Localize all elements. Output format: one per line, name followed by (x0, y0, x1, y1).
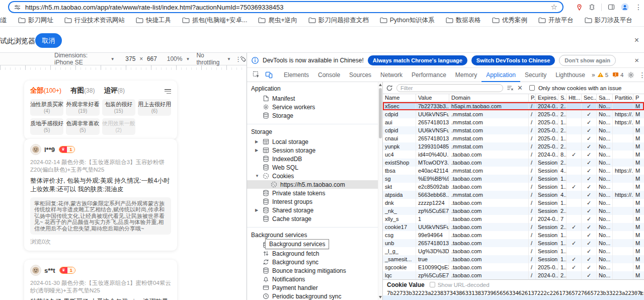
sidebar-item-web-sql[interactable]: Web SQL (247, 163, 382, 172)
side-panel-icon[interactable] (608, 4, 615, 11)
show-url-decoded-checkbox[interactable] (430, 282, 435, 287)
table-row[interactable]: cnaui2657418013.mmstat.com/2025-0...1...… (383, 134, 644, 142)
table-row[interactable]: xlly_s1.taobao.com/2024-0...7✓No...M (383, 215, 644, 223)
chevron-collapsed-icon[interactable]: ▶ (255, 208, 258, 212)
review-tab[interactable]: 有图(38) (70, 86, 95, 95)
bookmark-item[interactable]: 抓包(电脑端+安卓... (182, 16, 247, 25)
inspect-element-icon[interactable] (250, 71, 263, 79)
table-row[interactable]: x5sec7b22733b3...h5api.m.taobao.com/2024… (383, 102, 644, 110)
column-header[interactable]: Expires... (536, 94, 558, 102)
table-row[interactable]: existShopMTcwODY3....taobao.com/Session2… (383, 159, 644, 167)
tab-performance[interactable]: Performance (407, 68, 451, 82)
table-row[interactable]: yunpk1299310485....mmstat.com/2025-0...2… (383, 142, 644, 151)
only-issue-checkbox[interactable] (529, 85, 535, 91)
sidebar-item-storage[interactable]: Storage (247, 111, 382, 120)
table-row[interactable]: cdpidUU6kVNSFu....mmstat.com/2025-0...2.… (383, 126, 644, 134)
table-row[interactable]: _samesit...true.taobao.com/Session1...✓✓… (383, 255, 644, 263)
column-header[interactable]: Value (416, 94, 449, 102)
device-dimensions-select[interactable]: Dimensions: iPhone SE (54, 52, 107, 66)
table-row[interactable]: dnkzzzzp1224.taobao.com/Session1...✓No..… (383, 199, 644, 207)
bookmark-item[interactable]: 知道 (0, 16, 7, 25)
sidebar-item-cookies[interactable]: ▼Cookies (247, 172, 382, 180)
delete-cookie-icon[interactable]: ✕ (517, 84, 523, 92)
warnings-badge[interactable]: 5 (597, 72, 608, 78)
bookmark-item[interactable]: 影刀问题排查文档 (308, 16, 369, 25)
dont-show-again-button[interactable]: Don't show again (559, 55, 616, 66)
more-tabs-chevron[interactable]: » (590, 71, 597, 79)
site-settings-icon[interactable] (14, 4, 21, 11)
filter-chip[interactable]: 质地手感很好(5) (30, 118, 63, 135)
tab-lighthouse[interactable]: Lighthouse (551, 68, 590, 82)
sidebar-item-interest-groups[interactable]: Interest groups (247, 197, 382, 206)
url-text[interactable]: https://h5.m.taobao.com/app/rate/www/rat… (25, 4, 547, 11)
filter-chip[interactable]: 外观非常好看(19) (66, 99, 99, 116)
column-header[interactable]: P... (529, 94, 536, 102)
bookmark-item[interactable]: 行业技术资讯网站 (64, 16, 125, 25)
profile-avatar[interactable] (621, 3, 629, 11)
sidebar-item-ba[interactable]: BaBackground services (247, 241, 382, 249)
table-row[interactable]: cdpidUU6kVNSFu....mmstat.com/2025-0...2.… (383, 110, 644, 118)
sidebar-item-background-fetch[interactable]: Background fetch (247, 249, 382, 258)
cancel-button[interactable]: 取消 (35, 33, 62, 48)
filter-chip[interactable]: 使用效果一般(2) (102, 118, 135, 135)
filter-chip[interactable]: 油性肤质买家(4) (30, 99, 63, 116)
cookie-table-header[interactable]: NameValueDomainP...Expires...S...Htt...S… (383, 94, 644, 102)
pinned-extension-icon[interactable] (576, 4, 583, 11)
tab-elements[interactable]: Elements (279, 68, 313, 82)
column-header[interactable]: Htt... (567, 94, 582, 102)
device-toolbar-toggle-icon[interactable] (263, 71, 275, 79)
sidebar-item-periodic-background-sync[interactable]: Periodic background sync (247, 292, 382, 300)
table-row[interactable]: tbsae40ac42114....mmstat.com/Session4...… (383, 167, 644, 175)
table-row[interactable]: _nk_zp%5Cu5E7....taobao.com/Session2...✓… (383, 207, 644, 215)
device-toolbar-menu-kebab-icon[interactable]: ⋮ (235, 55, 242, 63)
sidebar-item-service-workers[interactable]: Service workers (247, 103, 382, 111)
column-header[interactable]: Domain (449, 94, 529, 102)
bookmark-item[interactable]: 快捷工具 (136, 16, 171, 25)
table-row[interactable]: skte2c85092ab....taobao.com/Session1...✓… (383, 183, 644, 191)
bookmark-item[interactable]: 数据表格 (446, 16, 481, 25)
table-row[interactable]: aui2657418013.mmstat.com/2025-0...1...✓N… (383, 118, 644, 126)
chevron-expanded-icon[interactable]: ▼ (255, 174, 259, 178)
table-row[interactable]: _l_g_Ug%3D%3D.taobao.com/Session1...✓No.… (383, 247, 644, 255)
refresh-icon[interactable] (386, 85, 393, 92)
bookmark-item[interactable]: 开放平台 (538, 16, 574, 25)
tab-memory[interactable]: Memory (451, 68, 481, 82)
bookmark-item[interactable]: 爬虫+逆向 (258, 16, 297, 25)
sidebar-scrollbar[interactable] (378, 82, 382, 300)
table-row[interactable]: cookie17UU6kVNSFu....taobao.com/Session2… (383, 223, 644, 231)
bookmark-item[interactable]: Python知识体系 (380, 16, 435, 25)
review-tab[interactable]: 全部(100+) (30, 86, 61, 95)
sidebar-item-shared-storage[interactable]: ▶Shared storage (247, 206, 382, 214)
tab-application[interactable]: Application (481, 68, 520, 82)
table-row[interactable]: sgcookieE10099QsE3....taobao.com/2025-0.… (383, 263, 644, 271)
column-header[interactable]: Partitio... (613, 94, 633, 102)
column-header[interactable]: Name (383, 94, 416, 102)
tab-sources[interactable]: Sources (345, 68, 376, 82)
scrollbar-thumb[interactable] (379, 88, 382, 138)
bookmark-item[interactable]: 影刀涉及平台 (585, 16, 632, 25)
issues-badge[interactable]: 4 (612, 72, 623, 78)
browser-menu-kebab-icon[interactable]: ⋮ (635, 3, 642, 11)
table-row[interactable]: lqczp%5Cu5E7....taobao.com/2024-0...2...… (383, 271, 644, 279)
sidebar-item-session-storage[interactable]: ▶Session storage (247, 146, 382, 155)
bookmark-item[interactable]: 优秀案例 (492, 16, 527, 25)
filter-chip[interactable]: 色调非常喜欢(5) (66, 118, 99, 135)
sidebar-item-background-sync[interactable]: Background sync (247, 258, 382, 266)
tab-console[interactable]: Console (313, 68, 345, 82)
scroll-down-arrow-icon[interactable] (379, 296, 382, 298)
column-header[interactable]: S... (558, 94, 567, 102)
table-row[interactable]: unb2657418013.taobao.com/Session1...✓✓No… (383, 239, 644, 247)
tab-network[interactable]: Network (376, 68, 407, 82)
device-height-field[interactable]: 667 (146, 55, 157, 62)
device-width-field[interactable]: 375 (125, 55, 136, 62)
value-scroll-stepper[interactable] (639, 291, 642, 295)
column-header[interactable]: Sec... (582, 94, 597, 102)
table-row[interactable]: csg99e94964.taobao.com/Session1...✓No...… (383, 231, 644, 239)
sort-icon[interactable] (164, 88, 171, 94)
switch-to-chinese-button[interactable]: Switch DevTools to Chinese (471, 55, 555, 65)
column-header[interactable]: P (633, 94, 644, 102)
sidebar-item-manifest[interactable]: Manifest (247, 94, 382, 103)
match-language-button[interactable]: Always match Chrome's language (368, 55, 467, 65)
settings-gear-icon[interactable] (627, 71, 634, 79)
sidebar-item-indexeddb[interactable]: IndexedDB (247, 155, 382, 163)
